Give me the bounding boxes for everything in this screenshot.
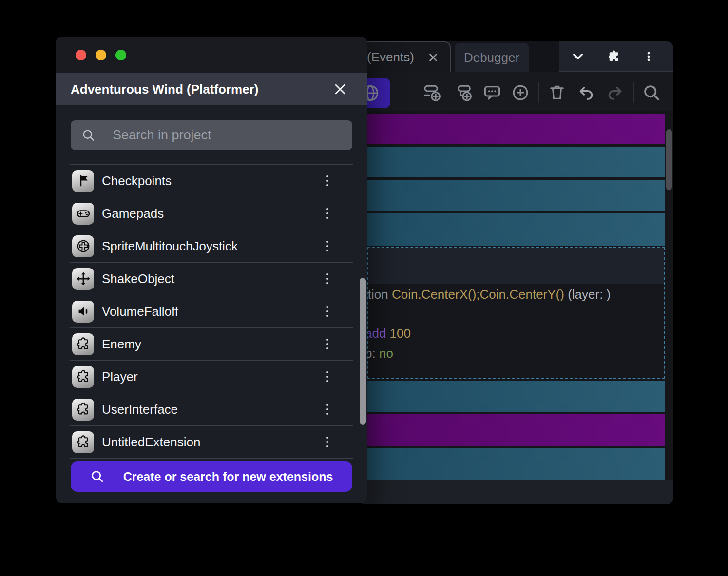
event-row-comment[interactable]	[367, 114, 665, 144]
volume-icon	[72, 301, 94, 323]
add-event-icon[interactable]	[423, 83, 442, 102]
dialog-header: Adventurous Wind (Platformer)	[56, 73, 367, 105]
code-plain: ition	[367, 287, 392, 302]
kebab-menu-icon[interactable]	[323, 370, 332, 384]
toolbar-divider	[538, 82, 539, 103]
list-item-label: Player	[102, 369, 138, 384]
puzzle-icon	[72, 399, 94, 421]
joystick-icon	[72, 235, 94, 257]
flag-icon	[72, 170, 94, 192]
trash-icon[interactable]	[547, 83, 567, 102]
list-item-untitledextension[interactable]: UntitledExtension	[70, 426, 353, 459]
tab-events-label: (Events)	[367, 50, 414, 65]
page-title: Adventurous Wind (Platformer)	[71, 82, 258, 97]
project-manager-dialog: Adventurous Wind (Platformer) Checkpoint…	[56, 37, 367, 503]
traffic-light-close-button[interactable]	[76, 50, 86, 60]
list-item-label: Enemy	[102, 337, 141, 352]
event-action-line: p: no	[367, 345, 393, 362]
events-editor-window: (Events) Debugger	[358, 41, 673, 504]
event-condition-band	[368, 248, 664, 284]
code-value: 100	[390, 326, 411, 341]
code-boolean: no	[379, 346, 393, 361]
add-comment-icon[interactable]	[482, 83, 502, 102]
search-icon[interactable]	[642, 83, 661, 102]
event-row[interactable]	[367, 180, 665, 211]
traffic-light-zoom-button[interactable]	[115, 50, 126, 60]
events-sheet: ition Coin.CenterX();Coin.CenterY() (lay…	[358, 111, 673, 504]
list-item-label: ShakeObject	[102, 271, 174, 287]
code-plain: p:	[367, 346, 379, 361]
tab-debugger-label: Debugger	[464, 50, 519, 65]
kebab-menu-icon[interactable]	[323, 403, 332, 416]
move-arrows-icon	[72, 268, 94, 290]
editor-scrollbar-thumb[interactable]	[666, 129, 672, 190]
dialog-scrollbar-thumb[interactable]	[360, 278, 366, 425]
add-circle-icon[interactable]	[511, 83, 530, 102]
kebab-menu-icon[interactable]	[323, 305, 332, 318]
event-row[interactable]	[367, 448, 665, 480]
event-row-comment[interactable]	[367, 414, 665, 446]
list-item-userinterface[interactable]: UserInterface	[70, 393, 353, 426]
desktop: (Events) Debugger	[0, 0, 728, 576]
search-input[interactable]	[112, 127, 352, 143]
add-subevent-icon[interactable]	[454, 83, 474, 102]
close-icon[interactable]	[333, 82, 347, 96]
list-item-label: Gamepads	[102, 206, 164, 221]
kebab-menu-icon[interactable]	[323, 337, 332, 351]
puzzle-icon	[72, 431, 94, 453]
event-row[interactable]	[367, 147, 665, 177]
event-action-line: ition Coin.CenterX();Coin.CenterY() (lay…	[367, 286, 611, 303]
list-item-label: Checkpoints	[102, 173, 172, 189]
event-row-selected[interactable]: ition Coin.CenterX();Coin.CenterY() (lay…	[367, 247, 665, 379]
search-icon	[81, 128, 96, 143]
redo-icon[interactable]	[605, 83, 625, 102]
list-item-gamepads[interactable]: Gamepads	[70, 197, 353, 230]
kebab-menu-icon[interactable]	[323, 239, 332, 253]
event-action-line: add 100	[367, 325, 411, 342]
list-item-label: UserInterface	[102, 402, 178, 417]
events-sheet-footer	[358, 480, 673, 504]
kebab-menu-icon[interactable]	[323, 435, 332, 449]
puzzle-icon	[72, 333, 94, 355]
list-item-player[interactable]: Player	[70, 361, 353, 393]
close-tab-icon[interactable]	[427, 51, 440, 64]
code-expression: Coin.CenterX();Coin.CenterY()	[392, 287, 564, 302]
toolbar-divider	[633, 82, 634, 103]
code-plain: (layer: )	[564, 287, 611, 302]
kebab-menu-icon[interactable]	[323, 207, 332, 220]
list-item-label: SpriteMultitouchJoystick	[102, 239, 238, 254]
tab-debugger[interactable]: Debugger	[455, 43, 529, 72]
create-extension-label: Create or search for new extensions	[123, 470, 333, 484]
event-row[interactable]	[367, 213, 665, 246]
gamepad-icon	[72, 203, 94, 225]
list-item-volumefalloff[interactable]: VolumeFalloff	[70, 295, 353, 328]
list-item-label: UntitledExtension	[102, 435, 200, 450]
search-icon	[90, 469, 105, 484]
create-extension-button[interactable]: Create or search for new extensions	[71, 461, 352, 492]
tab-events[interactable]: (Events)	[358, 41, 451, 72]
tabbar-actions	[559, 41, 673, 72]
list-item-label: VolumeFalloff	[102, 304, 178, 319]
event-row[interactable]	[367, 381, 665, 412]
puzzle-icon	[72, 366, 94, 388]
list-item-sprite-multitouch-joystick[interactable]: SpriteMultitouchJoystick	[70, 230, 353, 263]
puzzle-icon[interactable]	[607, 49, 621, 64]
kebab-menu-icon[interactable]	[323, 272, 332, 286]
kebab-menu-icon[interactable]	[643, 49, 654, 64]
list-item-shakeobject[interactable]: ShakeObject	[70, 263, 353, 295]
kebab-menu-icon[interactable]	[323, 174, 332, 188]
chevron-down-icon[interactable]	[571, 49, 585, 64]
list-item-enemy[interactable]: Enemy	[70, 328, 353, 361]
tab-bar: (Events) Debugger	[358, 41, 673, 72]
code-keyword: add	[367, 326, 390, 341]
traffic-light-minimize-button[interactable]	[96, 50, 106, 60]
undo-icon[interactable]	[576, 83, 596, 102]
search-field[interactable]	[71, 120, 352, 150]
list-item-checkpoints[interactable]: Checkpoints	[70, 164, 353, 197]
extension-list: Checkpoints Gamepads SpriteMultitouchJoy…	[70, 164, 353, 459]
macos-titlebar	[56, 37, 367, 73]
